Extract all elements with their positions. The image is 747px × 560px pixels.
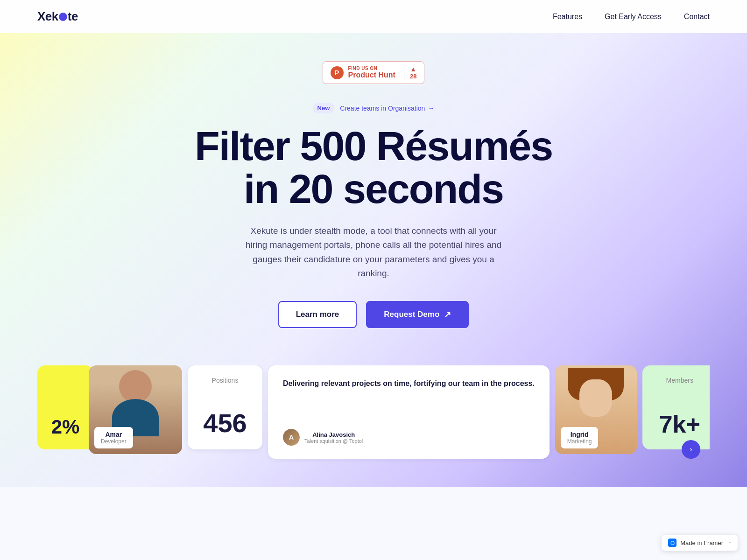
ingrid-label: Ingrid Marketing bbox=[561, 427, 599, 448]
hero-subtext: Xekute is under stealth mode, a tool tha… bbox=[243, 224, 504, 281]
quote-author-role: Talent aquisition @ Toptol bbox=[304, 438, 363, 444]
ph-name: Product Hunt bbox=[348, 71, 395, 79]
request-demo-button[interactable]: Request Demo ↗ bbox=[366, 301, 469, 328]
framer-up-arrow: ↑ bbox=[729, 540, 731, 546]
card-amar: Amar Developer bbox=[89, 365, 182, 454]
framer-label: Made in Framer bbox=[680, 539, 723, 546]
nav-contact[interactable]: Contact bbox=[684, 13, 710, 21]
announce-link[interactable]: Create teams in Organisation → bbox=[340, 105, 434, 112]
logo-dot bbox=[59, 13, 67, 21]
framer-badge[interactable]: ⬡ Made in Framer ↑ bbox=[662, 535, 738, 551]
amar-role: Developer bbox=[101, 438, 127, 445]
quote-author: A Alina Javosich Talent aquisition @ Top… bbox=[283, 429, 535, 446]
navbar: Xekte Features Get Early Access Contact bbox=[0, 0, 747, 33]
learn-more-button[interactable]: Learn more bbox=[278, 301, 357, 328]
positions-label: Positions bbox=[199, 377, 251, 384]
nav-links: Features Get Early Access Contact bbox=[553, 13, 710, 21]
hero-section: P FIND US ON Product Hunt ▲ 28 New Creat… bbox=[0, 33, 747, 487]
quote-author-name: Alina Javosich bbox=[304, 431, 363, 438]
product-hunt-badge[interactable]: P FIND US ON Product Hunt ▲ 28 bbox=[323, 61, 425, 84]
quote-author-info: Alina Javosich Talent aquisition @ Topto… bbox=[304, 431, 363, 444]
card-ingrid: Ingrid Marketing bbox=[555, 365, 637, 454]
announce-bar: New Create teams in Organisation → bbox=[37, 103, 710, 113]
hero-buttons: Learn more Request Demo ↗ bbox=[37, 301, 710, 328]
announce-arrow: → bbox=[428, 105, 434, 112]
announce-link-text: Create teams in Organisation bbox=[340, 105, 425, 112]
card-members: Members 7k+ bbox=[642, 365, 710, 449]
nav-features[interactable]: Features bbox=[553, 13, 582, 21]
members-label: Members bbox=[654, 377, 706, 384]
members-value: 7k+ bbox=[654, 410, 706, 438]
ph-arrow: ▲ bbox=[410, 65, 416, 73]
ph-icon: P bbox=[331, 66, 344, 79]
logo: Xekte bbox=[37, 9, 78, 24]
positions-value: 456 bbox=[199, 408, 251, 438]
demo-arrow-icon: ↗ bbox=[444, 309, 451, 320]
percentage-value: 2% bbox=[49, 416, 82, 438]
hero-heading-line2: in 20 seconds bbox=[244, 166, 503, 212]
ph-number: 28 bbox=[410, 73, 416, 80]
quote-text: Delivering relevant projects on time, fo… bbox=[283, 378, 535, 389]
card-positions: Positions 456 bbox=[188, 365, 262, 449]
card-quote: Delivering relevant projects on time, fo… bbox=[268, 365, 550, 459]
cards-strip: 2% Amar Developer Positions 456 Deliveri… bbox=[37, 365, 710, 468]
ingrid-role: Marketing bbox=[567, 438, 592, 445]
request-demo-label: Request Demo bbox=[384, 310, 439, 319]
hero-heading-line1: Filter 500 Résumés bbox=[195, 123, 552, 169]
quote-avatar: A bbox=[283, 429, 300, 446]
ph-find-label: FIND US ON bbox=[348, 66, 395, 71]
nav-early-access[interactable]: Get Early Access bbox=[605, 13, 662, 21]
announce-new-badge: New bbox=[313, 103, 335, 113]
card-percentage: 2% bbox=[37, 365, 93, 449]
amar-label: Amar Developer bbox=[94, 427, 133, 448]
quote-avatar-initials: A bbox=[283, 429, 300, 446]
scroll-right-button[interactable]: › bbox=[682, 440, 700, 459]
ph-text: FIND US ON Product Hunt bbox=[348, 66, 395, 79]
ingrid-name: Ingrid bbox=[567, 431, 592, 438]
framer-icon: ⬡ bbox=[668, 539, 677, 547]
ph-score: ▲ 28 bbox=[404, 65, 416, 80]
amar-name: Amar bbox=[101, 431, 127, 438]
hero-heading: Filter 500 Résumés in 20 seconds bbox=[37, 125, 710, 211]
ingrid-face bbox=[579, 379, 612, 417]
